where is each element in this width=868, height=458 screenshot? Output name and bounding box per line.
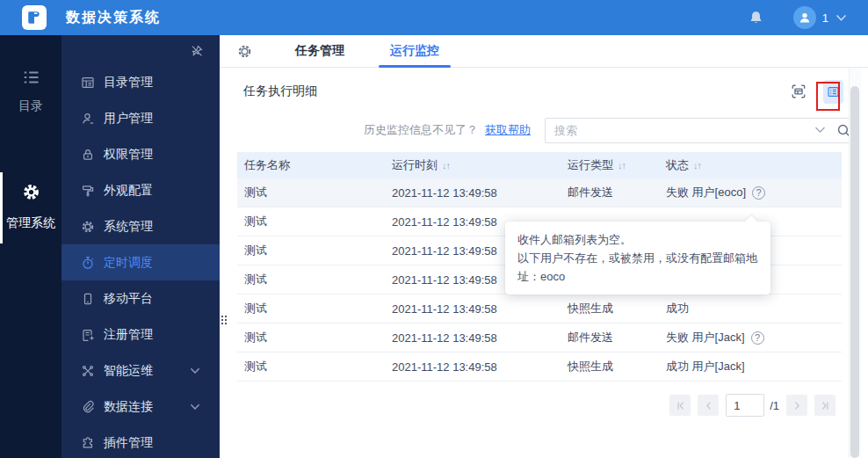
search-box <box>545 118 861 143</box>
run-type-cell: 邮件发送 <box>561 330 659 345</box>
status-cell: 失败 用户[eoco]? <box>659 185 842 200</box>
primary-rail: 目录 管理系统 <box>0 35 61 458</box>
rail-label: 管理系统 <box>6 215 55 231</box>
run-time-cell-text: 2021-11-12 13:49:58 <box>392 273 497 287</box>
gear-icon <box>22 183 40 201</box>
task-row[interactable]: 测试2021-11-12 13:49:58邮件发送失败 用户[eoco]? <box>237 178 842 207</box>
task-row[interactable]: 测试2021-11-12 13:49:58邮件发送失败 用户[Jack]? <box>237 324 842 353</box>
run-time-cell-text: 2021-11-12 13:49:58 <box>392 186 497 200</box>
task-name-cell: 测试 <box>237 301 385 316</box>
next-page-button[interactable] <box>786 395 807 416</box>
run-type-cell-text: 邮件发送 <box>568 185 613 200</box>
last-page-button[interactable] <box>814 395 835 416</box>
sidebar-item-plugin-management[interactable]: 插件管理 <box>61 425 220 458</box>
task-name-cell: 测试 <box>237 272 385 287</box>
task-row[interactable]: 测试2021-11-12 13:49:58快照生成成功 <box>237 294 842 324</box>
run-type-cell: 快照生成 <box>561 359 659 374</box>
sidebar-item-label: 用户管理 <box>104 111 153 127</box>
list-view-toggle-icon[interactable] <box>823 80 843 104</box>
sidebar-item-system-management[interactable]: 系统管理 <box>61 208 220 244</box>
chevron-down-icon <box>190 367 200 374</box>
tooltip-line: 以下用户不存在，或被禁用，或没有配置邮箱地址：eoco <box>517 249 758 286</box>
user-menu-chevron-down-icon[interactable] <box>835 14 847 22</box>
sort-icon[interactable]: ↓↑ <box>693 160 701 171</box>
prev-page-button[interactable] <box>698 395 719 416</box>
run-time-cell: 2021-11-12 13:49:58 <box>385 360 561 374</box>
get-help-link[interactable]: 获取帮助 <box>485 122 531 138</box>
mobile-icon <box>81 292 95 306</box>
scrollbar-thumb[interactable] <box>850 86 859 458</box>
sidebar-item-label: 移动平台 <box>104 291 153 307</box>
tab-settings-gear-icon[interactable] <box>237 44 252 59</box>
status-cell-text: 成功 <box>666 301 689 316</box>
sidebar-item-scheduled-tasks[interactable]: 定时调度 <box>61 244 220 280</box>
fullscreen-scan-icon[interactable] <box>790 84 807 99</box>
sidebar-item-registration-management[interactable]: 注册管理 <box>61 316 220 353</box>
sidebar-item-intelligent-ops[interactable]: 智能运维 <box>61 353 220 389</box>
app-logo-icon <box>22 5 47 30</box>
register-icon <box>81 328 95 342</box>
sidebar-item-catalog-management[interactable]: 目录管理 <box>61 64 220 100</box>
status-cell: 成功 用户[Jack] <box>659 359 842 374</box>
tab-task-management[interactable]: 任务管理 <box>284 35 356 67</box>
sidebar-resize-handle[interactable] <box>221 311 228 329</box>
tooltip-line: 收件人邮箱列表为空。 <box>517 230 758 249</box>
tab-run-monitor[interactable]: 运行监控 <box>379 35 451 67</box>
pagination: /1 <box>220 394 835 417</box>
plugin-icon <box>81 436 95 450</box>
help-question-icon[interactable]: ? <box>752 186 765 200</box>
status-cell-text: 失败 用户[Jack] <box>666 330 745 345</box>
task-name-cell-text: 测试 <box>244 330 267 345</box>
first-page-button[interactable] <box>669 395 691 416</box>
user-avatar[interactable] <box>793 6 816 29</box>
sidebar-menu: 目录管理用户管理权限管理外观配置系统管理定时调度移动平台注册管理智能运维数据连接… <box>61 64 220 458</box>
column-header[interactable]: 运行时刻↓↑ <box>385 157 561 173</box>
rail-item-directory[interactable]: 目录 <box>0 70 61 114</box>
task-name-cell-text: 测试 <box>244 185 267 200</box>
task-row[interactable]: 测试2021-11-12 13:49:58快照生成成功 用户[Jack] <box>237 353 842 382</box>
catalog-icon <box>81 76 95 90</box>
sidebar-item-label: 外观配置 <box>104 183 153 199</box>
sort-icon[interactable]: ↓↑ <box>442 160 450 171</box>
sidebar-item-label: 数据连接 <box>104 399 153 415</box>
sidebar-item-mobile-platform[interactable]: 移动平台 <box>61 280 220 316</box>
run-time-cell-text: 2021-11-12 13:49:58 <box>392 244 497 258</box>
sort-icon[interactable]: ↓↑ <box>618 160 626 171</box>
run-time-cell-text: 2021-11-12 13:49:58 <box>392 331 497 345</box>
run-type-cell-text: 快照生成 <box>568 359 613 374</box>
table-header-row: 任务名称运行时刻↓↑运行类型↓↑状态↓↑ <box>237 152 842 178</box>
column-header-label: 运行类型 <box>568 157 613 173</box>
column-header[interactable]: 状态↓↑ <box>659 157 842 173</box>
status-cell-text: 失败 用户[eoco] <box>666 185 746 200</box>
tabbar: 任务管理 运行监控 <box>220 35 868 68</box>
app-title: 数据决策系统 <box>66 9 161 27</box>
topbar: 数据决策系统 1 <box>0 0 868 35</box>
notification-bell-icon[interactable] <box>749 10 763 25</box>
run-time-cell: 2021-11-12 13:49:58 <box>385 302 561 316</box>
error-tooltip: 收件人邮箱列表为空。 以下用户不存在，或被禁用，或没有配置邮箱地址：eoco <box>505 222 770 294</box>
run-time-cell: 2021-11-12 13:49:58 <box>385 186 561 200</box>
run-type-cell: 邮件发送 <box>561 185 659 200</box>
task-name-cell-text: 测试 <box>244 359 267 374</box>
status-cell: 失败 用户[Jack]? <box>659 330 842 345</box>
unpin-icon[interactable] <box>190 44 204 58</box>
rail-item-admin-system[interactable]: 管理系统 <box>0 172 61 244</box>
active-indicator <box>0 172 3 244</box>
task-name-cell: 测试 <box>237 359 385 374</box>
task-name-cell: 测试 <box>237 330 385 345</box>
page-number-input[interactable] <box>726 394 764 417</box>
sidebar-item-user-management[interactable]: 用户管理 <box>61 100 220 136</box>
history-hint-text: 历史监控信息不见了？ <box>364 122 478 138</box>
run-time-cell-text: 2021-11-12 13:49:58 <box>392 360 497 374</box>
sidebar-item-appearance-config[interactable]: 外观配置 <box>61 172 220 208</box>
column-header[interactable]: 运行类型↓↑ <box>561 157 659 173</box>
timer-icon <box>81 256 95 270</box>
run-time-cell-text: 2021-11-12 13:49:58 <box>392 215 497 229</box>
column-header-label: 状态 <box>666 157 689 173</box>
sidebar-item-permission-management[interactable]: 权限管理 <box>61 136 220 172</box>
sidebar-item-data-connection[interactable]: 数据连接 <box>61 389 220 425</box>
paint-icon <box>81 184 95 198</box>
search-input[interactable] <box>546 124 814 137</box>
search-chevron-down-icon[interactable] <box>814 127 826 134</box>
help-question-icon[interactable]: ? <box>751 331 764 345</box>
